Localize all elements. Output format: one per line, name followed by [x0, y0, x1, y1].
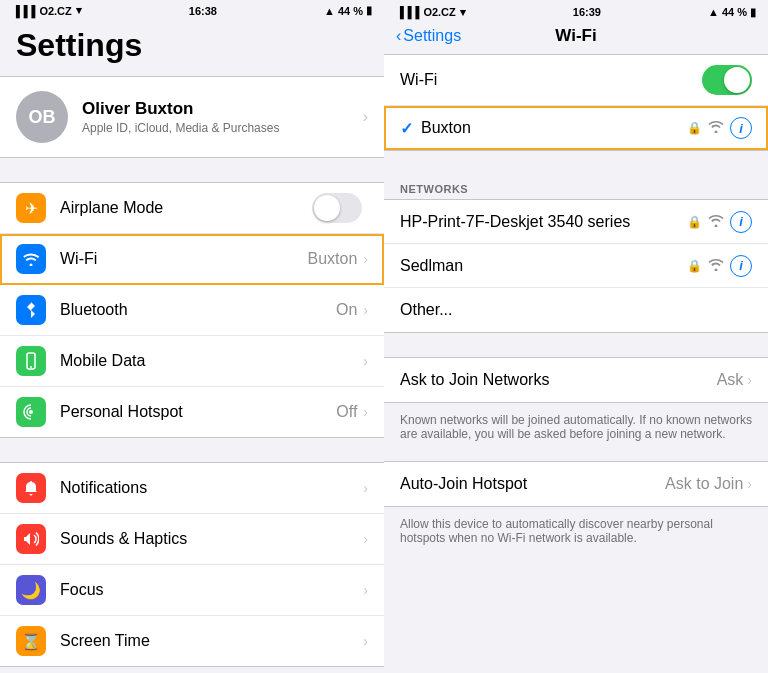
sedlman-info-icon[interactable]: i — [730, 255, 752, 277]
sounds-chevron: › — [363, 531, 368, 547]
profile-name: Oliver Buxton — [82, 99, 279, 119]
checkmark-icon: ✓ — [400, 119, 413, 138]
hotspot-row[interactable]: Personal Hotspot Off › — [0, 387, 384, 437]
auto-join-group: Auto-Join Hotspot Ask to Join › — [384, 461, 768, 507]
notifications-label: Notifications — [60, 479, 363, 497]
profile-subtitle: Apple ID, iCloud, Media & Purchases — [82, 121, 279, 135]
network-hp-row[interactable]: HP-Print-7F-Deskjet 3540 series 🔒 i — [384, 200, 768, 244]
hp-info-icon[interactable]: i — [730, 211, 752, 233]
mobile-icon — [16, 346, 46, 376]
bluetooth-chevron: › — [363, 302, 368, 318]
wifi-toggle[interactable] — [702, 65, 752, 95]
ask-join-chevron: › — [747, 372, 752, 388]
right-battery: ▲ 44 % ▮ — [708, 6, 756, 19]
notifications-chevron: › — [363, 480, 368, 496]
bluetooth-value: On — [336, 301, 357, 319]
network-sedlman-row[interactable]: Sedlman 🔒 i — [384, 244, 768, 288]
ask-join-label: Ask to Join Networks — [400, 371, 717, 389]
airplane-toggle[interactable] — [312, 193, 362, 223]
auto-join-row[interactable]: Auto-Join Hotspot Ask to Join › — [384, 462, 768, 506]
avatar: OB — [16, 91, 68, 143]
network-other-row[interactable]: Other... — [384, 288, 768, 332]
profile-info-left: OB Oliver Buxton Apple ID, iCloud, Media… — [16, 91, 279, 143]
settings-panel: ▐▐▐ O2.CZ ▾ 16:38 ▲ 44 % ▮ Settings OB O… — [0, 0, 384, 673]
right-battery-icon: ▮ — [750, 6, 756, 19]
sedlman-network-icons: 🔒 i — [687, 255, 752, 277]
page-title: Settings — [0, 19, 384, 76]
right-wifi-status-icon: ▾ — [460, 6, 466, 19]
focus-label: Focus — [60, 581, 363, 599]
svg-point-1 — [30, 366, 32, 368]
mobile-chevron: › — [363, 353, 368, 369]
nav-title: Wi-Fi — [555, 26, 596, 46]
auto-join-chevron: › — [747, 476, 752, 492]
left-time: 16:38 — [189, 5, 217, 17]
signal-icon: ▐▐▐ — [12, 5, 35, 17]
svg-point-2 — [29, 410, 33, 414]
nav-bar: ‹ Settings Wi-Fi — [384, 22, 768, 54]
wifi-row[interactable]: Wi-Fi Buxton › — [0, 234, 384, 285]
hotspot-value: Off — [336, 403, 357, 421]
hotspot-label: Personal Hotspot — [60, 403, 336, 421]
focus-icon: 🌙 — [16, 575, 46, 605]
wifi-status-icon: ▾ — [76, 4, 82, 17]
notifications-row[interactable]: Notifications › — [0, 463, 384, 514]
lock-icon: 🔒 — [687, 121, 702, 135]
mobile-label: Mobile Data — [60, 352, 363, 370]
right-time: 16:39 — [573, 6, 601, 18]
bluetooth-row[interactable]: Bluetooth On › — [0, 285, 384, 336]
ask-join-description: Known networks will be joined automatica… — [384, 409, 768, 451]
airplane-icon: ✈ — [16, 193, 46, 223]
focus-chevron: › — [363, 582, 368, 598]
network-other-name: Other... — [400, 301, 452, 319]
sounds-row[interactable]: Sounds & Haptics › — [0, 514, 384, 565]
right-location-icon: ▲ — [708, 6, 719, 18]
ask-join-value: Ask — [717, 371, 744, 389]
wifi-toggle-knob — [724, 67, 750, 93]
hotspot-icon — [16, 397, 46, 427]
wifi-signal-icon — [708, 120, 724, 136]
sounds-icon — [16, 524, 46, 554]
airplane-mode-row[interactable]: ✈ Airplane Mode — [0, 183, 384, 234]
right-carrier: ▐▐▐ O2.CZ ▾ — [396, 6, 466, 19]
connected-network-name: Buxton — [421, 119, 687, 137]
auto-join-label: Auto-Join Hotspot — [400, 475, 665, 493]
bluetooth-icon — [16, 295, 46, 325]
wifi-chevron: › — [363, 251, 368, 267]
right-status-bar: ▐▐▐ O2.CZ ▾ 16:39 ▲ 44 % ▮ — [384, 0, 768, 22]
location-icon: ▲ — [324, 5, 335, 17]
right-signal-icon: ▐▐▐ — [396, 6, 419, 18]
left-status-bar: ▐▐▐ O2.CZ ▾ 16:38 ▲ 44 % ▮ — [0, 0, 384, 19]
networks-group: HP-Print-7F-Deskjet 3540 series 🔒 i Sedl… — [384, 199, 768, 333]
back-chevron-icon: ‹ — [396, 27, 401, 45]
sedlman-lock-icon: 🔒 — [687, 259, 702, 273]
connected-info-icon[interactable]: i — [730, 117, 752, 139]
connected-network-row[interactable]: ✓ Buxton 🔒 i — [384, 106, 768, 150]
hp-wifi-icon — [708, 214, 724, 230]
auto-join-description: Allow this device to automatically disco… — [384, 513, 768, 555]
wifi-toggle-section: Wi-Fi ✓ Buxton 🔒 i — [384, 54, 768, 151]
network-sedlman-name: Sedlman — [400, 257, 687, 275]
wifi-toggle-label: Wi-Fi — [400, 71, 437, 89]
profile-card[interactable]: OB Oliver Buxton Apple ID, iCloud, Media… — [0, 76, 384, 158]
ask-join-row[interactable]: Ask to Join Networks Ask › — [384, 358, 768, 402]
back-button[interactable]: ‹ Settings — [396, 27, 461, 45]
screentime-label: Screen Time — [60, 632, 363, 650]
left-carrier: ▐▐▐ O2.CZ ▾ — [12, 4, 82, 17]
networks-section-header: NETWORKS — [384, 175, 768, 199]
mobile-data-row[interactable]: Mobile Data › — [0, 336, 384, 387]
wifi-toggle-row[interactable]: Wi-Fi — [384, 55, 768, 106]
bluetooth-label: Bluetooth — [60, 301, 336, 319]
network-hp-name: HP-Print-7F-Deskjet 3540 series — [400, 213, 687, 231]
hotspot-chevron: › — [363, 404, 368, 420]
sounds-label: Sounds & Haptics — [60, 530, 363, 548]
settings-group-2: Notifications › Sounds & Haptics › 🌙 Foc… — [0, 462, 384, 667]
airplane-label: Airplane Mode — [60, 199, 312, 217]
profile-chevron: › — [363, 108, 368, 126]
focus-row[interactable]: 🌙 Focus › — [0, 565, 384, 616]
sedlman-wifi-icon — [708, 258, 724, 274]
screentime-row[interactable]: ⌛ Screen Time › — [0, 616, 384, 666]
screentime-icon: ⌛ — [16, 626, 46, 656]
notifications-icon — [16, 473, 46, 503]
hp-lock-icon: 🔒 — [687, 215, 702, 229]
